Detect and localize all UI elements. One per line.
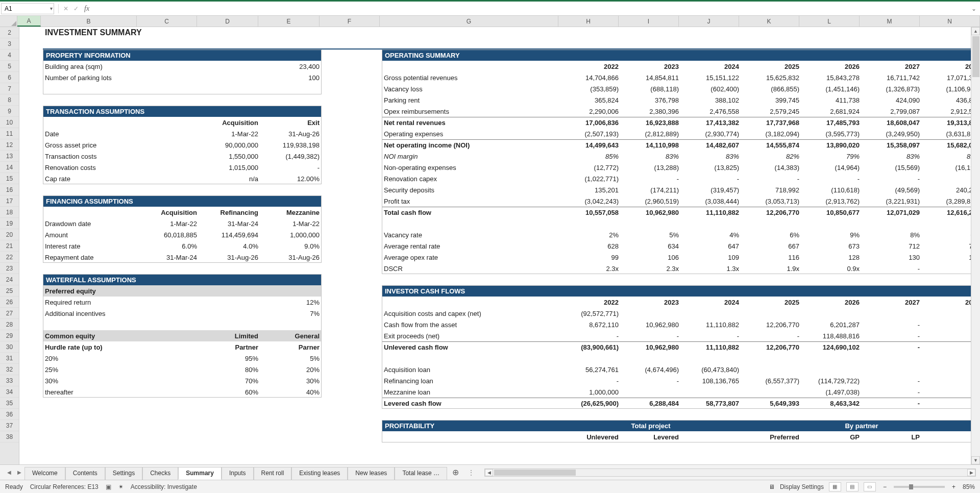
row-head-2[interactable]: 2	[0, 27, 19, 38]
cell-r12-c3[interactable]: 90,000,000	[199, 139, 260, 151]
row-head-28[interactable]: 28	[0, 319, 19, 330]
col-head-M[interactable]: M	[860, 16, 920, 27]
cell-r9-c1[interactable]: TRANSACTION ASSUMPTIONS	[43, 106, 322, 117]
cell-r16-c7[interactable]: 135,201	[560, 184, 621, 195]
cell-r31-c1[interactable]: 20%	[43, 353, 199, 364]
row-head-7[interactable]: 7	[0, 83, 19, 94]
profitability-group-partner[interactable]: By partner	[741, 420, 980, 431]
row-head-20[interactable]: 20	[0, 229, 19, 240]
cell-r11-c3[interactable]: 1-Mar-22	[199, 128, 260, 139]
cell-r23-c6[interactable]: DSCR	[382, 263, 560, 274]
cell-r35-c11[interactable]: 8,463,342	[801, 398, 862, 409]
cell-r35-c10[interactable]: 5,649,393	[741, 398, 801, 409]
cell-r7-c9[interactable]: (602,400)	[681, 83, 741, 94]
cell-r8-c11[interactable]: 411,738	[801, 94, 862, 106]
cell-r4-c1[interactable]: PROPERTY INFORMATION	[43, 50, 322, 61]
row-head-18[interactable]: 18	[0, 207, 19, 218]
cell-r29-c7[interactable]: -	[560, 330, 621, 341]
zoom-out-icon[interactable]: −	[881, 483, 889, 490]
cell-r11-c7[interactable]: (2,507,193)	[560, 128, 621, 139]
cell-r18-c3[interactable]: Refinancing	[199, 207, 260, 218]
cell-r22-c9[interactable]: 109	[681, 252, 741, 263]
cell-r33-c7[interactable]: -	[560, 375, 621, 386]
cell-r20-c1[interactable]: Amount	[43, 229, 139, 240]
cell-r28-c9[interactable]: 11,110,882	[681, 319, 741, 330]
display-settings-label[interactable]: Display Settings	[780, 483, 824, 490]
cell-r5-c4[interactable]: 23,400	[260, 61, 322, 72]
cell-r21-c9[interactable]: 647	[681, 240, 741, 252]
cell-r7-c7[interactable]: (353,859)	[560, 83, 621, 94]
cell-r17-c6[interactable]: Profit tax	[382, 195, 560, 207]
row-head-13[interactable]: 13	[0, 151, 19, 162]
row-head-22[interactable]: 22	[0, 252, 19, 263]
vscroll-thumb[interactable]	[972, 36, 979, 77]
cell-r21-c6[interactable]: Average rental rate	[382, 240, 560, 252]
cell-r28-c8[interactable]: 10,962,980	[621, 319, 681, 330]
row-head-21[interactable]: 21	[0, 240, 19, 252]
cell-r25-c1[interactable]: Preferred equity	[43, 285, 322, 297]
cell-r5-c9[interactable]: 2024	[681, 61, 741, 72]
hscroll-thumb[interactable]	[494, 470, 576, 476]
cell-r32-c7[interactable]: 56,274,761	[560, 364, 621, 375]
cell-r10-c9[interactable]: 17,413,382	[681, 117, 741, 128]
cell-r27-c9[interactable]	[681, 308, 741, 319]
zoom-slider[interactable]	[894, 486, 945, 488]
cell-r34-c8[interactable]	[621, 386, 681, 398]
cell-r6-c7[interactable]: 14,704,866	[560, 72, 621, 83]
cell-r21-c4[interactable]: 9.0%	[260, 240, 322, 252]
cell-r30-c11[interactable]: 124,690,102	[801, 341, 862, 353]
row-head-3[interactable]: 3	[0, 38, 19, 50]
cell-r11-c12[interactable]: (3,249,950)	[862, 128, 922, 139]
cell-r5-c11[interactable]: 2026	[801, 61, 862, 72]
cell-r32-c6[interactable]: Acquisition loan	[382, 364, 560, 375]
cell-r15-c4[interactable]: 12.00%	[260, 173, 322, 184]
sheet-tab-welcome[interactable]: Welcome	[24, 467, 65, 480]
cell-r13-c11[interactable]: 79%	[801, 151, 862, 162]
cell-r22-c12[interactable]: 130	[862, 252, 922, 263]
cell-r28-c10[interactable]: 12,206,770	[741, 319, 801, 330]
cell-r20-c2[interactable]: 60,018,885	[139, 229, 199, 240]
cell-r22-c2[interactable]: 31-Mar-24	[139, 252, 199, 263]
cell-r24-c1[interactable]: WATERFALL ASSUMPTIONS	[43, 274, 322, 285]
cell-r10-c6[interactable]: Net rental revenues	[382, 117, 560, 128]
cell-r10-c3[interactable]: Acquisition	[199, 117, 260, 128]
cell-r38-c10[interactable]: Preferred	[741, 431, 801, 442]
cell-r26-c10[interactable]: 2025	[741, 297, 801, 308]
cell-r21-c11[interactable]: 673	[801, 240, 862, 252]
cell-r11-c8[interactable]: (2,812,889)	[621, 128, 681, 139]
cell-r30-c8[interactable]: 10,962,980	[621, 341, 681, 353]
cell-r21-c1[interactable]: Interest rate	[43, 240, 139, 252]
scroll-down-icon[interactable]: ▼	[971, 456, 980, 464]
select-all-corner[interactable]	[0, 16, 17, 27]
cell-r14-c1[interactable]: Renovation costs	[43, 162, 199, 173]
cell-r5-c12[interactable]: 2027	[862, 61, 922, 72]
cell-r29-c9[interactable]: -	[681, 330, 741, 341]
cell-r12-c12[interactable]: 15,358,097	[862, 139, 922, 151]
record-macro-icon[interactable]: ▣	[106, 483, 111, 490]
sheet-tab-rent-roll[interactable]: Rent roll	[254, 467, 292, 480]
cell-r20-c3[interactable]: 114,459,694	[199, 229, 260, 240]
cell-r21-c7[interactable]: 628	[560, 240, 621, 252]
row-head-16[interactable]: 16	[0, 184, 19, 195]
cell-r38-c12[interactable]: LP	[862, 431, 922, 442]
cell-r38-c11[interactable]: GP	[801, 431, 862, 442]
cell-r9-c8[interactable]: 2,380,396	[621, 106, 681, 117]
cell-r8-c7[interactable]: 365,824	[560, 94, 621, 106]
cell-r33-c12[interactable]: -	[862, 375, 922, 386]
cell-r27-c8[interactable]	[621, 308, 681, 319]
cell-r18-c11[interactable]: 10,850,677	[801, 207, 862, 218]
cell-r8-c12[interactable]: 424,090	[862, 94, 922, 106]
cell-r9-c9[interactable]: 2,476,558	[681, 106, 741, 117]
cell-r34-c12[interactable]: -	[862, 386, 922, 398]
cell-r10-c12[interactable]: 18,608,047	[862, 117, 922, 128]
cell-r34-c3[interactable]: 60%	[199, 386, 260, 398]
cell-r9-c11[interactable]: 2,681,924	[801, 106, 862, 117]
cell-r12-c10[interactable]: 14,555,874	[741, 139, 801, 151]
row-head-37[interactable]: 37	[0, 420, 19, 431]
cell-r10-c11[interactable]: 17,485,793	[801, 117, 862, 128]
cell-r9-c6[interactable]: Opex reimbursements	[382, 106, 560, 117]
cell-r32-c9[interactable]: (60,473,840)	[681, 364, 741, 375]
cell-r27-c10[interactable]	[741, 308, 801, 319]
name-box-dropdown-icon[interactable]: ▾	[50, 6, 53, 11]
cell-r23-c7[interactable]: 2.3x	[560, 263, 621, 274]
